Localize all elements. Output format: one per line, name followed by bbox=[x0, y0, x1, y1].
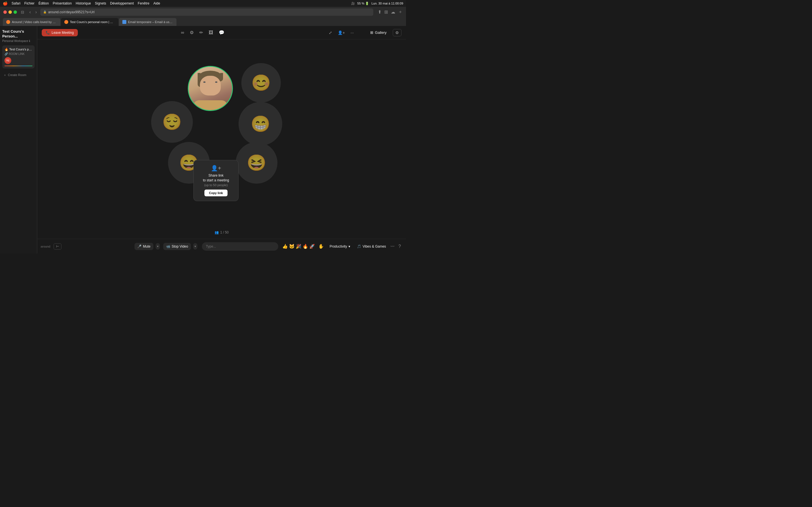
mute-button[interactable]: 🎤 Mute bbox=[135, 243, 153, 250]
copy-link-button[interactable]: Copy link bbox=[204, 189, 227, 196]
menu-safari[interactable]: Safari bbox=[11, 1, 20, 5]
participant-count-text: 1 / 50 bbox=[220, 230, 229, 234]
video-chevron-button[interactable]: ▾ bbox=[193, 243, 197, 249]
gallery-button[interactable]: ⊞ Gallery bbox=[367, 29, 389, 36]
meeting-toolbar: 📞 Leave Meeting ∞ ⚙ ✏ 🖼 💬 ⤢ 👤+ ··· ⊞ Gal… bbox=[37, 26, 406, 40]
reaction-rocket[interactable]: 🚀 bbox=[309, 244, 315, 249]
apple-menu[interactable]: 🍎 bbox=[3, 1, 8, 6]
browser-chrome: ⊟ ‹ › 🔒 around.co/r/deyax99521?s=Url ⬆ ⊞… bbox=[0, 7, 406, 26]
plus-icon: ＋ bbox=[3, 73, 6, 77]
add-participant-button[interactable]: 👤+ bbox=[337, 29, 346, 36]
participant-6: 😆 bbox=[236, 142, 277, 184]
link-icon: 🔗 bbox=[4, 52, 8, 55]
menubar-battery: 55 % 🔋 bbox=[357, 2, 369, 5]
gallery-settings-button[interactable]: ⚙ bbox=[393, 29, 402, 36]
sidebar: Test Cours's Person... Personal Workspac… bbox=[0, 26, 37, 253]
menu-presentation[interactable]: Présentation bbox=[53, 1, 71, 5]
video-feed bbox=[189, 67, 232, 110]
productivity-button[interactable]: Productivity ▾ bbox=[327, 243, 352, 249]
menu-developpement[interactable]: Développement bbox=[110, 1, 134, 5]
room-divider bbox=[4, 66, 33, 66]
mute-chevron-button[interactable]: ▾ bbox=[156, 243, 160, 249]
create-room-button[interactable]: ＋ Create Room bbox=[2, 71, 35, 79]
sidebar-collapse-button[interactable]: ⊢ bbox=[54, 243, 61, 249]
close-button[interactable] bbox=[3, 10, 7, 14]
reaction-thumbsup[interactable]: 👍 bbox=[282, 244, 288, 249]
participant-3: 😌 bbox=[151, 101, 193, 143]
menu-historique[interactable]: Historique bbox=[75, 1, 91, 5]
menu-fenetre[interactable]: Fenêtre bbox=[138, 1, 149, 5]
tab-email[interactable]: Email temporaire – Email à usage unique … bbox=[119, 18, 176, 26]
help-button[interactable]: ? bbox=[397, 243, 403, 249]
participants-icon: 👥 bbox=[214, 230, 219, 234]
raise-hand-button[interactable]: ✋ bbox=[318, 244, 324, 249]
user-avatar: TC bbox=[4, 57, 11, 64]
content-area: 📞 Leave Meeting ∞ ⚙ ✏ 🖼 💬 ⤢ 👤+ ··· ⊞ Gal… bbox=[37, 26, 406, 253]
image-icon-button[interactable]: 🖼 bbox=[207, 29, 214, 36]
minimize-button[interactable] bbox=[8, 10, 12, 14]
share-icon[interactable]: ⬆ bbox=[378, 9, 382, 15]
reaction-party[interactable]: 🎉 bbox=[296, 244, 301, 249]
meeting-canvas: 😊 😌 😁 😄 😆 bbox=[37, 40, 406, 239]
edit-icon-button[interactable]: ✏ bbox=[198, 29, 204, 36]
room-item[interactable]: 🔥 Test Cours's personal ro... 🔗 ROOM LIN… bbox=[2, 45, 35, 68]
back-button[interactable]: ‹ bbox=[28, 9, 32, 15]
vibes-games-button[interactable]: 🎵 Vibes & Games bbox=[355, 243, 388, 249]
phone-icon: 📞 bbox=[46, 31, 50, 35]
tab-label-email: Email temporaire – Email à usage unique … bbox=[128, 20, 173, 24]
wave-icon: 〰 bbox=[391, 244, 395, 249]
create-room-label: Create Room bbox=[8, 73, 26, 76]
participant-count: 👥 1 / 50 bbox=[214, 230, 229, 234]
workspace-subtitle: Personal Workspace ℹ bbox=[2, 40, 35, 43]
main-layout: Test Cours's Person... Personal Workspac… bbox=[0, 26, 406, 253]
external-link-button[interactable]: ⤢ bbox=[327, 29, 333, 36]
menu-bar-left: 🍎 Safari Fichier Édition Présentation Hi… bbox=[3, 1, 160, 6]
productivity-chevron-icon: ▾ bbox=[349, 244, 350, 248]
bottom-bar: around ⊢ 🎤 Mute ▾ 📹 Stop Video ▾ 👍 🐱 🎉 🔥… bbox=[37, 239, 406, 253]
toolbar-icons: ∞ ⚙ ✏ 🖼 💬 bbox=[180, 29, 225, 36]
reaction-cat[interactable]: 🐱 bbox=[289, 244, 295, 249]
browser-actions: ⬆ ⊞ ☁ ＋ bbox=[378, 9, 403, 15]
participant-6-emoji: 😆 bbox=[247, 154, 266, 172]
lock-icon: 🔒 bbox=[43, 10, 47, 13]
new-tab-icon[interactable]: ＋ bbox=[398, 9, 403, 15]
more-options-button[interactable]: ··· bbox=[349, 29, 355, 36]
music-icon: 🎵 bbox=[357, 244, 361, 248]
chat-icon-button[interactable]: 💬 bbox=[218, 29, 225, 36]
participants-grid: 😊 😌 😁 😄 😆 bbox=[134, 60, 309, 218]
settings-icon-button[interactable]: ⚙ bbox=[189, 29, 195, 36]
room-name: 🔥 Test Cours's personal ro... bbox=[4, 48, 33, 51]
tab-around-meeting[interactable]: Test Cours's personal room | Around bbox=[61, 18, 118, 26]
traffic-lights bbox=[3, 10, 17, 14]
add-person-icon: 👤+ bbox=[198, 165, 234, 172]
maximize-button[interactable] bbox=[13, 10, 17, 14]
room-link[interactable]: 🔗 ROOM LINK bbox=[4, 52, 33, 55]
around2-favicon bbox=[64, 20, 68, 24]
sidebar-toggle-button[interactable]: ⊟ bbox=[19, 9, 26, 15]
productivity-label: Productivity bbox=[329, 244, 347, 248]
menu-signets[interactable]: Signets bbox=[95, 1, 106, 5]
address-bar[interactable]: 🔒 around.co/r/deyax99521?s=Url bbox=[40, 8, 373, 16]
menu-edition[interactable]: Édition bbox=[38, 1, 49, 5]
menu-aide[interactable]: Aide bbox=[153, 1, 160, 5]
tab-grid-icon[interactable]: ⊞ bbox=[384, 9, 388, 15]
cloud-icon[interactable]: ☁ bbox=[391, 9, 395, 15]
participant-3-emoji: 😌 bbox=[162, 113, 182, 131]
participant-4-emoji: 😁 bbox=[251, 115, 270, 133]
stop-video-button[interactable]: 📹 Stop Video bbox=[163, 243, 191, 250]
leave-meeting-button[interactable]: 📞 Leave Meeting bbox=[42, 29, 78, 36]
share-link-popup: 👤+ Share link to start a meeting (up to … bbox=[193, 160, 239, 201]
url-text: around.co/r/deyax99521?s=Url bbox=[48, 10, 94, 14]
chat-input[interactable] bbox=[202, 242, 278, 251]
tab-around-home[interactable]: Around | Video calls loved by extraordin… bbox=[3, 18, 60, 26]
infinity-icon-button[interactable]: ∞ bbox=[180, 29, 185, 36]
stop-video-label: Stop Video bbox=[172, 244, 188, 248]
share-popup-note: (up to 50 people) bbox=[198, 183, 234, 187]
menu-fichier[interactable]: Fichier bbox=[24, 1, 35, 5]
reaction-fire[interactable]: 🔥 bbox=[303, 244, 308, 249]
mic-icon: 🎤 bbox=[137, 244, 142, 248]
forward-button[interactable]: › bbox=[34, 9, 38, 15]
participant-2: 😊 bbox=[241, 63, 281, 103]
menubar-time: Lun. 30 mai à 11:00:09 bbox=[371, 2, 403, 5]
share-popup-subtitle: to start a meeting bbox=[198, 178, 234, 183]
